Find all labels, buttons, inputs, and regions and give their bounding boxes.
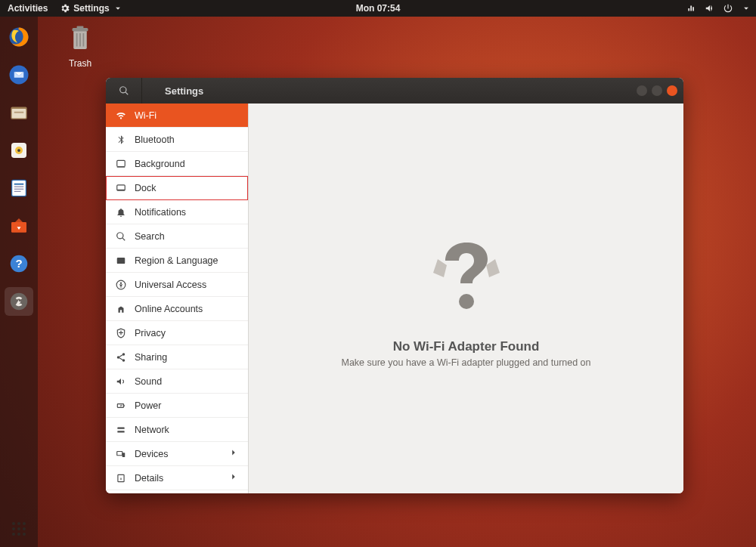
search-button[interactable]	[106, 78, 142, 104]
sidebar-item-sharing[interactable]: Sharing	[106, 345, 248, 369]
svg-rect-10	[14, 184, 24, 185]
files-icon	[8, 101, 30, 124]
chevron-down-icon[interactable]	[741, 3, 751, 14]
activities-button[interactable]: Activities	[5, 3, 51, 14]
svg-rect-39	[122, 453, 125, 457]
svg-rect-25	[117, 166, 125, 167]
bluetooth-icon	[116, 134, 126, 145]
svg-rect-4	[14, 112, 24, 113]
sidebar-item-details[interactable]: Details	[106, 466, 248, 490]
apps-button[interactable]	[8, 518, 29, 539]
svg-point-30	[120, 282, 122, 283]
sidebar-item-label: Wi-Fi	[135, 110, 156, 121]
svg-rect-20	[77, 26, 84, 29]
dock-item-writer[interactable]	[5, 174, 33, 202]
svg-rect-3	[12, 109, 26, 119]
details-icon	[116, 473, 126, 484]
sidebar-item-label: Bluetooth	[135, 134, 175, 145]
sound-icon	[116, 376, 126, 387]
network-icon[interactable]	[686, 3, 697, 14]
volume-icon[interactable]	[705, 3, 715, 14]
sidebar-item-label: Sharing	[135, 352, 167, 363]
sidebar-item-search[interactable]: Search	[106, 224, 248, 249]
close-button[interactable]	[667, 85, 677, 96]
sidebar-item-sound[interactable]: Sound	[106, 369, 248, 394]
sidebar-item-background[interactable]: Background	[106, 152, 248, 176]
svg-point-31	[122, 353, 125, 356]
dock: ?	[0, 17, 38, 547]
svg-rect-35	[124, 404, 125, 406]
question-illustration	[421, 229, 512, 323]
content-headline: No Wi-Fi Adapter Found	[393, 339, 540, 354]
sidebar-item-power[interactable]: Power	[106, 394, 248, 418]
chevron-down-icon	[113, 3, 123, 14]
sidebar-item-label: Background	[135, 159, 185, 169]
maximize-button[interactable]	[652, 85, 662, 96]
sidebar-item-privacy[interactable]: Privacy	[106, 321, 248, 345]
devices-icon	[116, 449, 126, 459]
sidebar-item-label: Privacy	[135, 328, 166, 338]
desktop-trash[interactable]: Trash	[64, 23, 96, 69]
dock-item-settings[interactable]	[5, 287, 33, 316]
sidebar-item-label: Universal Access	[135, 280, 206, 290]
dock-icon	[116, 183, 126, 193]
svg-rect-21	[76, 33, 78, 47]
rhythmbox-icon	[8, 139, 30, 162]
sidebar-item-universal-access[interactable]: Universal Access	[106, 273, 248, 297]
chevron-right-icon	[228, 471, 239, 482]
sidebar-item-notifications[interactable]: Notifications	[106, 200, 248, 224]
svg-rect-37	[117, 431, 124, 432]
sidebar-item-label: Network	[135, 425, 169, 435]
svg-point-41	[459, 294, 474, 309]
svg-text:?: ?	[15, 257, 22, 270]
desktop-trash-label: Trash	[64, 58, 96, 69]
dock-item-files[interactable]	[5, 98, 33, 127]
svg-rect-27	[117, 189, 125, 190]
thunderbird-icon	[8, 63, 30, 86]
power-icon	[116, 400, 126, 411]
network-icon	[116, 425, 126, 435]
svg-rect-13	[14, 191, 21, 192]
gear-icon	[60, 3, 70, 14]
privacy-icon	[116, 328, 126, 338]
accessibility-icon	[116, 280, 126, 290]
window-title: Settings	[142, 85, 637, 97]
dock-item-firefox[interactable]	[5, 23, 33, 51]
sidebar-item-region[interactable]: Region & Language	[106, 249, 248, 273]
settings-icon	[8, 290, 30, 313]
region-icon	[116, 255, 126, 266]
firefox-icon	[8, 26, 30, 48]
apps-grid-icon	[12, 522, 26, 536]
top-panel: Activities Settings Mon 07:54	[0, 0, 756, 17]
svg-rect-23	[83, 33, 85, 47]
dock-item-help[interactable]: ?	[5, 249, 33, 278]
wifi-icon	[116, 110, 126, 121]
dock-item-software[interactable]	[5, 212, 33, 240]
sidebar-item-wifi[interactable]: Wi-Fi	[106, 104, 248, 128]
app-menu-button[interactable]: Settings	[57, 3, 125, 14]
sidebar-item-dock[interactable]: Dock	[106, 176, 248, 200]
clock[interactable]: Mon 07:54	[356, 3, 401, 14]
titlebar[interactable]: Settings	[106, 78, 683, 104]
svg-rect-8	[12, 180, 26, 196]
settings-window: Settings Wi-Fi Bluetooth Background D	[106, 78, 683, 493]
sidebar-item-label: Devices	[135, 449, 168, 459]
sidebar-item-label: Sound	[135, 376, 162, 387]
svg-rect-24	[117, 160, 125, 166]
content-pane: No Wi-Fi Adapter Found Make sure you hav…	[249, 104, 683, 493]
sidebar-item-devices[interactable]: Devices	[106, 442, 248, 466]
minimize-button[interactable]	[637, 85, 647, 96]
svg-rect-22	[79, 33, 81, 47]
svg-rect-12	[14, 189, 24, 190]
sidebar-item-online-accounts[interactable]: Online Accounts	[106, 297, 248, 321]
help-icon: ?	[8, 252, 30, 275]
share-icon	[116, 352, 126, 363]
sidebar-item-network[interactable]: Network	[106, 418, 248, 442]
sidebar-item-label: Power	[135, 400, 161, 411]
sidebar-item-label: Search	[135, 231, 165, 242]
dock-item-rhythmbox[interactable]	[5, 136, 33, 165]
power-icon[interactable]	[723, 3, 733, 14]
svg-rect-36	[117, 427, 124, 428]
dock-item-thunderbird[interactable]	[5, 60, 33, 89]
sidebar-item-bluetooth[interactable]: Bluetooth	[106, 128, 248, 152]
